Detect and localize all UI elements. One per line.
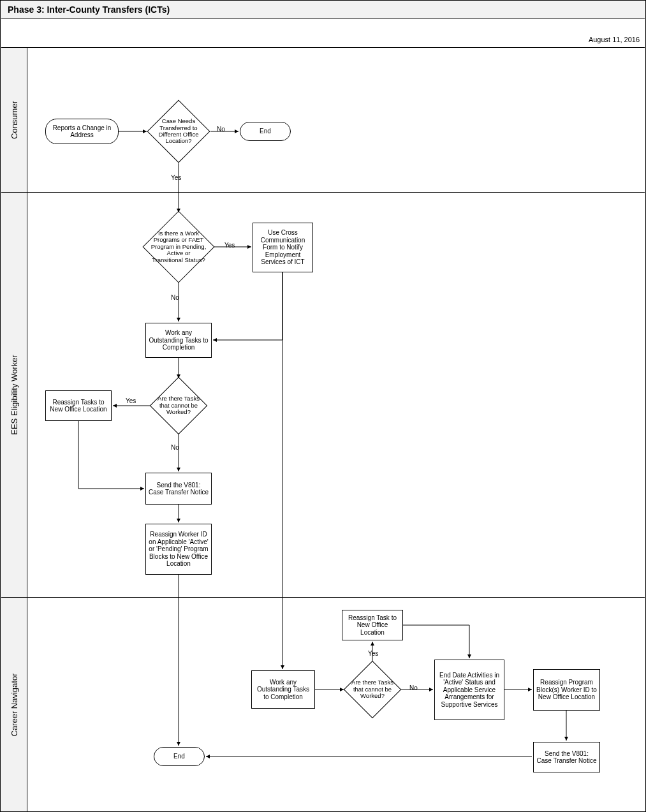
label-yes-4: Yes: [367, 650, 379, 657]
node-cross-comm: Use Cross Communication Form to Notify E…: [253, 223, 313, 272]
lane-label-ees-text: EES Eligibility Worker: [10, 355, 19, 434]
lane-label-career: Career Navigator: [1, 598, 27, 811]
node-end1: End: [240, 122, 291, 141]
node-send-v801-1: Send the V801: Case Transfer Notice: [145, 473, 212, 505]
node-end2: End: [154, 747, 205, 766]
label-no-4: No: [409, 684, 418, 691]
node-work-tasks2: Work any Outstanding Tasks to Completion: [251, 670, 315, 709]
text: Send the V801: Case Transfer Notice: [149, 482, 209, 496]
lane-label-ees: EES Eligibility Worker: [1, 193, 27, 597]
node-work-prog-q: Is there a Work Programs or FAET Program…: [143, 211, 214, 283]
lane-divider-2: [1, 597, 645, 598]
text: Send the V801: Case Transfer Notice: [536, 750, 597, 765]
node-send-v801-2: Send the V801: Case Transfer Notice: [533, 742, 600, 772]
node-tasks-q2: Are there Tasks that cannot be Worked?: [344, 661, 401, 718]
text: End: [173, 753, 185, 760]
page-title: Phase 3: Inter-County Transfers (ICTs): [1, 1, 645, 18]
node-reassign-prog: Reassign Program Block(s) Worker ID to N…: [533, 669, 600, 711]
node-reassign-tasks1: Reassign Tasks to New Office Location: [45, 390, 112, 421]
label-yes-2: Yes: [224, 242, 235, 249]
label-no-1: No: [216, 126, 226, 133]
label-no-3: No: [170, 444, 180, 451]
swimlane-diagram: Phase 3: Inter-County Transfers (ICTs) A…: [0, 0, 646, 812]
lane-label-consumer: Consumer: [1, 48, 27, 192]
text: Are there Tasks that cannot be Worked?: [351, 679, 393, 699]
node-tasks-q1: Are there Tasks that cannot be Worked?: [150, 377, 207, 434]
label-yes-3: Yes: [125, 397, 136, 404]
text: Are there Tasks that cannot be Worked?: [158, 395, 200, 415]
text: Work any Outstanding Tasks to Completion: [149, 329, 209, 351]
text: Use Cross Communication Form to Notify E…: [256, 229, 310, 266]
text: Reassign Program Block(s) Worker ID to N…: [536, 679, 597, 701]
text: Work any Outstanding Tasks to Completion: [254, 679, 312, 701]
text: Reassign Worker ID on Applicable 'Active…: [149, 531, 209, 568]
lane-label-career-text: Career Navigator: [10, 673, 19, 736]
lane-label-consumer-text: Consumer: [10, 101, 19, 139]
node-reassign-worker: Reassign Worker ID on Applicable 'Active…: [145, 524, 212, 575]
date-text: August 11, 2016: [589, 36, 640, 43]
text: Reassign Task to New Office Location: [345, 614, 400, 637]
text: Is there a Work Programs or FAET Program…: [150, 230, 207, 263]
node-reassign-task2: Reassign Task to New Office Location: [342, 610, 403, 640]
text: End: [260, 128, 271, 135]
node-case-transfer-q: Case Needs Transferred to Different Offi…: [147, 100, 210, 163]
text: Reassign Tasks to New Office Location: [48, 399, 108, 413]
text: Reports a Change in Address: [48, 124, 115, 139]
label-no-2: No: [170, 294, 180, 301]
text: End Date Activities in 'Active' Status a…: [437, 672, 501, 709]
date-bar: August 11, 2016: [1, 36, 645, 48]
node-work-tasks1: Work any Outstanding Tasks to Completion: [145, 323, 212, 358]
text: Case Needs Transferred to Different Offi…: [154, 118, 203, 145]
lane-divider-1: [1, 192, 645, 193]
node-end-date-act: End Date Activities in 'Active' Status a…: [434, 660, 504, 720]
label-yes-1: Yes: [170, 174, 182, 181]
node-report-change: Reports a Change in Address: [45, 119, 119, 144]
title-text: Phase 3: Inter-County Transfers (ICTs): [8, 4, 170, 15]
